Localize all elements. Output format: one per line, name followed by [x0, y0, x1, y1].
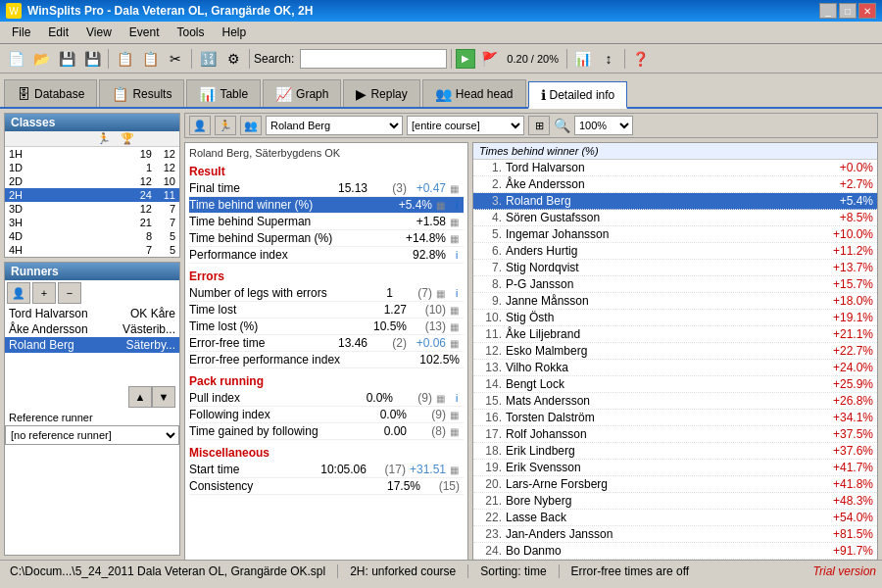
detailedinfo-icon: ℹ: [541, 87, 546, 103]
times-row[interactable]: 12.Esko Malmberg+22.7%: [473, 343, 877, 360]
runner-add-button[interactable]: +: [32, 282, 56, 304]
times-row[interactable]: 9.Janne Månsson+18.0%: [473, 293, 877, 310]
times-row[interactable]: 7.Stig Nordqvist+13.7%: [473, 260, 877, 276]
copy-button[interactable]: 📋: [113, 47, 136, 71]
help-button[interactable]: ❓: [629, 47, 653, 71]
group-icon-btn[interactable]: 👥: [240, 116, 262, 135]
tab-graph[interactable]: 📈 Graph: [263, 79, 341, 107]
class-item-1d[interactable]: 1D112: [5, 161, 179, 174]
info-icon[interactable]: i: [450, 288, 464, 299]
runner-icon-btn[interactable]: 🏃: [215, 116, 236, 135]
class-item-4h[interactable]: 4H75: [5, 243, 179, 257]
info-icon[interactable]: i: [450, 200, 464, 211]
chart-small-icon[interactable]: ▦: [450, 183, 464, 194]
search-input[interactable]: [300, 49, 447, 69]
times-row[interactable]: 19.Erik Svensson+41.7%: [473, 460, 877, 476]
menu-edit[interactable]: Edit: [40, 24, 76, 41]
times-row[interactable]: 16.Torsten Dalström+34.1%: [473, 410, 877, 426]
tab-replay[interactable]: ▶ Replay: [343, 79, 419, 107]
chart-small-icon[interactable]: ▦: [450, 233, 464, 244]
times-row[interactable]: 8.P-G Jansson+15.7%: [473, 276, 877, 293]
tab-detailedinfo[interactable]: ℹ Detailed info: [528, 81, 628, 109]
times-row[interactable]: 2.Åke Andersson+2.7%: [473, 176, 877, 193]
times-row[interactable]: 11.Åke Liljebrand+21.1%: [473, 326, 877, 343]
chart-small-icon[interactable]: ▦: [436, 200, 450, 211]
times-row[interactable]: 1.Tord Halvarson+0.0%: [473, 160, 877, 176]
times-row[interactable]: 4.Sören Gustafsson+8.5%: [473, 210, 877, 226]
times-row[interactable]: 6.Anders Hurtig+11.2%: [473, 243, 877, 260]
split-icon-btn[interactable]: ⊞: [528, 116, 550, 135]
tab-table[interactable]: 📊 Table: [186, 79, 261, 107]
open-button[interactable]: 📂: [29, 47, 53, 71]
new-button[interactable]: 📄: [4, 47, 27, 71]
maximize-button[interactable]: □: [839, 3, 857, 19]
runner-item[interactable]: Åke AnderssonVästerib...: [5, 321, 179, 337]
minimize-button[interactable]: _: [819, 3, 837, 19]
chart-small-icon[interactable]: ▦: [436, 288, 450, 299]
menu-event[interactable]: Event: [122, 24, 168, 41]
times-row[interactable]: 14.Bengt Lock+25.9%: [473, 376, 877, 393]
times-row[interactable]: 5.Ingemar Johansson+10.0%: [473, 226, 877, 243]
chart-small-icon[interactable]: ▦: [450, 338, 464, 349]
chart-small-icon[interactable]: ▦: [450, 465, 464, 475]
person-icon-btn[interactable]: 👤: [189, 116, 211, 135]
tool1-button[interactable]: 🔢: [196, 47, 220, 71]
times-row[interactable]: 22.Lasse Back+54.0%: [473, 510, 877, 526]
class-item-4d[interactable]: 4D85: [5, 229, 179, 243]
chart-button[interactable]: 📊: [571, 47, 595, 71]
chart-small-icon[interactable]: ▦: [450, 321, 464, 332]
save-button[interactable]: 💾: [55, 47, 78, 71]
times-row[interactable]: 20.Lars-Arne Forsberg+41.8%: [473, 476, 877, 493]
runner-person-button[interactable]: 👤: [7, 282, 30, 304]
runner-item[interactable]: Tord HalvarsonOK Kåre: [5, 306, 179, 321]
class-item-1h[interactable]: 1H1912: [5, 147, 179, 161]
detail-value2: (7): [397, 286, 436, 300]
times-row[interactable]: 15.Mats Andersson+26.8%: [473, 393, 877, 410]
tab-headtohead[interactable]: 👥 Head head: [422, 79, 526, 107]
go-button[interactable]: ▶: [456, 49, 475, 69]
cut-button[interactable]: ✂: [164, 47, 187, 71]
times-row[interactable]: 23.Jan-Anders Jansson+81.5%: [473, 526, 877, 543]
class-item-3d[interactable]: 3D127: [5, 202, 179, 216]
scroll-down-button[interactable]: ▼: [152, 386, 175, 408]
menu-tools[interactable]: Tools: [170, 24, 213, 41]
times-row[interactable]: 3.Roland Berg+5.4%: [473, 193, 877, 210]
info-icon[interactable]: i: [450, 250, 464, 261]
sort-button[interactable]: ↕: [597, 47, 620, 71]
menu-help[interactable]: Help: [215, 24, 255, 41]
person-select[interactable]: Roland Berg: [266, 116, 403, 135]
tab-database[interactable]: 🗄 Database: [4, 79, 97, 107]
course-select[interactable]: [entire course]: [407, 116, 524, 135]
scroll-up-button[interactable]: ▲: [128, 386, 152, 408]
runner-remove-button[interactable]: −: [58, 282, 81, 304]
save-as-button[interactable]: 💾: [80, 47, 104, 71]
class-item-2d[interactable]: 2D1210: [5, 174, 179, 188]
ref-runner-select[interactable]: [no reference runner]: [5, 425, 179, 445]
detail-value: 10:05.06: [320, 463, 370, 476]
close-button[interactable]: ✕: [858, 3, 876, 19]
info-icon[interactable]: i: [450, 393, 464, 404]
paste-button[interactable]: 📋: [138, 47, 162, 71]
tool2-button[interactable]: ⚙: [221, 47, 245, 71]
runners-list[interactable]: Tord HalvarsonOK KåreÅke AnderssonVäster…: [5, 306, 179, 384]
class-item-3h[interactable]: 3H217: [5, 216, 179, 229]
zoom-select[interactable]: 100%: [574, 116, 633, 135]
chart-small-icon[interactable]: ▦: [436, 393, 450, 404]
chart-small-icon[interactable]: ▦: [450, 410, 464, 420]
tab-results[interactable]: 📋 Results: [99, 79, 184, 107]
menu-file[interactable]: File: [4, 24, 38, 41]
times-rank: 12.: [477, 344, 502, 358]
times-row[interactable]: 24.Bo Danmo+91.7%: [473, 543, 877, 560]
times-row[interactable]: 17.Rolf Johansson+37.5%: [473, 426, 877, 443]
times-row[interactable]: 18.Erik Lindberg+37.6%: [473, 443, 877, 460]
class-item-2h[interactable]: 2H2411: [5, 188, 179, 202]
runner-item[interactable]: Roland BergSäterby...: [5, 337, 179, 353]
chart-small-icon[interactable]: ▦: [450, 217, 464, 227]
chart-small-icon[interactable]: ▦: [450, 426, 464, 437]
times-row[interactable]: 10.Stig Östh+19.1%: [473, 310, 877, 326]
chart-small-icon[interactable]: ▦: [450, 305, 464, 316]
times-row[interactable]: 21.Bore Nyberg+48.3%: [473, 493, 877, 510]
times-name: Esko Malmberg: [502, 344, 819, 358]
menu-view[interactable]: View: [78, 24, 120, 41]
times-row[interactable]: 13.Vilho Rokka+24.0%: [473, 360, 877, 376]
